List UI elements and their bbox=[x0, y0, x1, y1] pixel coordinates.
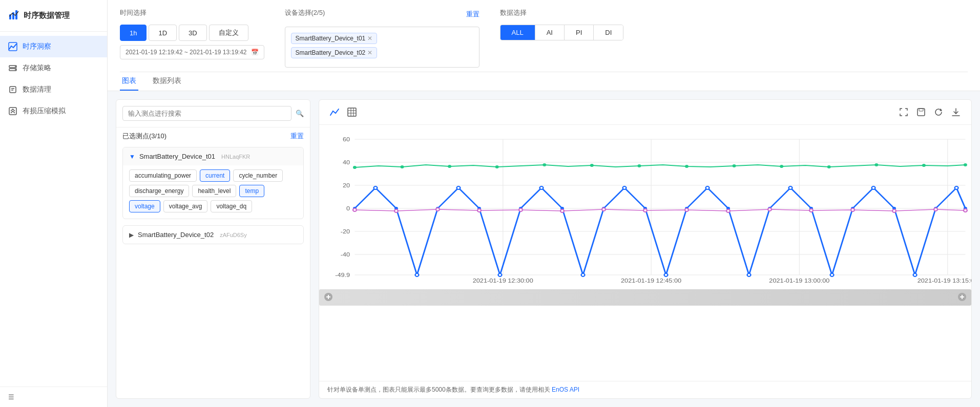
data-type-ai[interactable]: AI bbox=[535, 25, 565, 40]
tag-current[interactable]: current bbox=[200, 169, 230, 182]
svg-text:-49.9: -49.9 bbox=[335, 272, 350, 279]
tag-health-level[interactable]: health_level bbox=[192, 185, 236, 197]
storage-icon bbox=[8, 63, 17, 73]
chart-area: 60 40 20 0 -20 -40 -49.9 2021-01-19 12:3… bbox=[319, 125, 971, 381]
calendar-icon: 📅 bbox=[251, 49, 259, 56]
time-selection-group: 时间选择 1h 1D 3D 自定义 2021-01-19 12:19:42 ~ … bbox=[120, 8, 264, 59]
tag-accumulating-power[interactable]: accumulating_power bbox=[129, 169, 197, 182]
chevron-down-icon: ▼ bbox=[129, 153, 135, 160]
svg-point-99 bbox=[809, 209, 813, 212]
time-buttons: 1h 1D 3D 自定义 bbox=[120, 25, 264, 41]
sidebar-item-compression[interactable]: 有损压缩模拟 bbox=[0, 100, 107, 122]
device-select-box[interactable]: SmartBattery_Device_t01 ✕ SmartBattery_D… bbox=[285, 27, 479, 68]
sidebar-item-compression-label: 有损压缩模拟 bbox=[23, 106, 66, 116]
date-range-input[interactable]: 2021-01-19 12:19:42 ~ 2021-01-19 13:19:4… bbox=[120, 45, 264, 59]
svg-text:2021-01-19 12:30:00: 2021-01-19 12:30:00 bbox=[473, 277, 533, 284]
time-btn-1d[interactable]: 1D bbox=[149, 25, 177, 41]
svg-point-84 bbox=[913, 273, 917, 276]
svg-rect-12 bbox=[348, 108, 356, 116]
tags-reset-link[interactable]: 重置 bbox=[290, 132, 304, 141]
svg-point-70 bbox=[623, 186, 627, 189]
time-btn-3d[interactable]: 3D bbox=[179, 25, 207, 41]
svg-point-52 bbox=[780, 165, 783, 168]
search-input[interactable] bbox=[122, 106, 291, 121]
chart-scrollbar[interactable] bbox=[319, 289, 971, 306]
chart-toolbar bbox=[319, 100, 971, 125]
svg-point-68 bbox=[581, 273, 585, 276]
tab-chart[interactable]: 图表 bbox=[120, 72, 138, 91]
svg-point-51 bbox=[733, 164, 736, 167]
device-group-1-id: HNLaqFKR bbox=[221, 154, 250, 160]
svg-point-80 bbox=[830, 273, 834, 276]
right-panel: 60 40 20 0 -20 -40 -49.9 2021-01-19 12:3… bbox=[319, 99, 972, 399]
svg-point-101 bbox=[892, 209, 896, 212]
tag-temp[interactable]: temp bbox=[239, 185, 264, 197]
expand-icon-btn[interactable] bbox=[896, 105, 911, 119]
svg-point-62 bbox=[456, 186, 460, 189]
time-btn-1h[interactable]: 1h bbox=[120, 25, 147, 41]
svg-point-82 bbox=[872, 186, 875, 189]
sidebar-item-storage[interactable]: 存储策略 bbox=[0, 57, 107, 79]
svg-point-89 bbox=[394, 209, 398, 212]
time-btn-custom[interactable]: 自定义 bbox=[209, 25, 248, 41]
device-group-2-name: SmartBattery_Device_t02 bbox=[138, 231, 214, 239]
sidebar-title: 时序数据管理 bbox=[24, 11, 70, 20]
compress-icon bbox=[8, 106, 17, 116]
scroll-handle-left[interactable] bbox=[323, 292, 333, 304]
sidebar-item-cleaning-label: 数据清理 bbox=[23, 85, 51, 94]
table-icon-btn[interactable] bbox=[345, 105, 359, 119]
svg-point-94 bbox=[602, 208, 606, 211]
line-chart-icon-btn[interactable] bbox=[327, 105, 342, 119]
svg-point-92 bbox=[519, 208, 523, 211]
device-tag-t01-close[interactable]: ✕ bbox=[367, 35, 372, 42]
device-tag-t02-close[interactable]: ✕ bbox=[367, 49, 372, 56]
scroll-handle-right[interactable] bbox=[957, 292, 967, 304]
device-group-2-header[interactable]: ▶ SmartBattery_Device_t02 zAFuD6Sy bbox=[123, 226, 303, 244]
svg-point-44 bbox=[401, 165, 404, 168]
device-group-1-header[interactable]: ▼ SmartBattery_Device_t01 HNLaqFKR bbox=[123, 147, 303, 165]
sidebar-item-timeseries[interactable]: 时序洞察 bbox=[0, 36, 107, 57]
footer-api-link[interactable]: EnOS API bbox=[552, 386, 579, 393]
svg-point-64 bbox=[498, 273, 502, 276]
device-group-1: ▼ SmartBattery_Device_t01 HNLaqFKR accum… bbox=[122, 147, 304, 219]
svg-point-49 bbox=[637, 164, 641, 167]
sidebar-item-cleaning[interactable]: 数据清理 bbox=[0, 79, 107, 100]
svg-point-91 bbox=[477, 209, 481, 212]
left-panel: 🔍 已选测点(3/10) 重置 ▼ SmartBattery_Device_t0… bbox=[116, 99, 310, 399]
data-type-buttons: ALL AI PI DI bbox=[500, 25, 624, 40]
tab-datalist[interactable]: 数据列表 bbox=[151, 72, 183, 91]
data-type-pi[interactable]: PI bbox=[565, 25, 594, 40]
chevron-right-icon: ▶ bbox=[129, 231, 134, 239]
data-type-all[interactable]: ALL bbox=[501, 25, 535, 40]
svg-point-72 bbox=[664, 273, 668, 276]
tag-voltage[interactable]: voltage bbox=[129, 200, 160, 212]
svg-text:0: 0 bbox=[346, 205, 350, 212]
save-icon-btn[interactable] bbox=[914, 105, 928, 119]
device-reset-link[interactable]: 重置 bbox=[466, 10, 479, 19]
tab-row: 图表 数据列表 bbox=[120, 72, 968, 91]
svg-point-88 bbox=[353, 208, 357, 211]
logo-icon bbox=[8, 9, 19, 22]
sidebar-footer-menu[interactable]: ☰ bbox=[0, 387, 107, 407]
tag-cycle-number[interactable]: cycle_number bbox=[233, 169, 283, 182]
svg-point-96 bbox=[685, 208, 689, 211]
footer-note: 针对单设备单测点，图表只能展示最多5000条数据。要查询更多数据，请使用相关 E… bbox=[319, 381, 971, 398]
svg-text:20: 20 bbox=[343, 182, 350, 189]
svg-point-74 bbox=[706, 186, 710, 189]
svg-text:2021-01-19 12:45:00: 2021-01-19 12:45:00 bbox=[621, 277, 681, 284]
download-icon-btn[interactable] bbox=[949, 105, 963, 119]
svg-point-47 bbox=[543, 163, 546, 166]
refresh-icon-btn[interactable] bbox=[931, 105, 946, 119]
svg-point-45 bbox=[448, 165, 451, 168]
svg-rect-17 bbox=[918, 109, 925, 116]
svg-point-7 bbox=[15, 69, 16, 70]
svg-point-50 bbox=[685, 165, 689, 168]
tag-voltage-avg[interactable]: voltage_avg bbox=[163, 200, 208, 212]
device-tag-t02-name: SmartBattery_Device_t02 bbox=[296, 49, 366, 56]
data-type-di[interactable]: DI bbox=[594, 25, 623, 40]
svg-point-54 bbox=[874, 163, 878, 166]
device-label: 设备选择(2/5) bbox=[285, 8, 325, 17]
tag-voltage-dq[interactable]: voltage_dq bbox=[211, 200, 252, 212]
data-type-label: 数据选择 bbox=[500, 8, 624, 17]
tag-discharge-energy[interactable]: discharge_energy bbox=[129, 185, 189, 197]
